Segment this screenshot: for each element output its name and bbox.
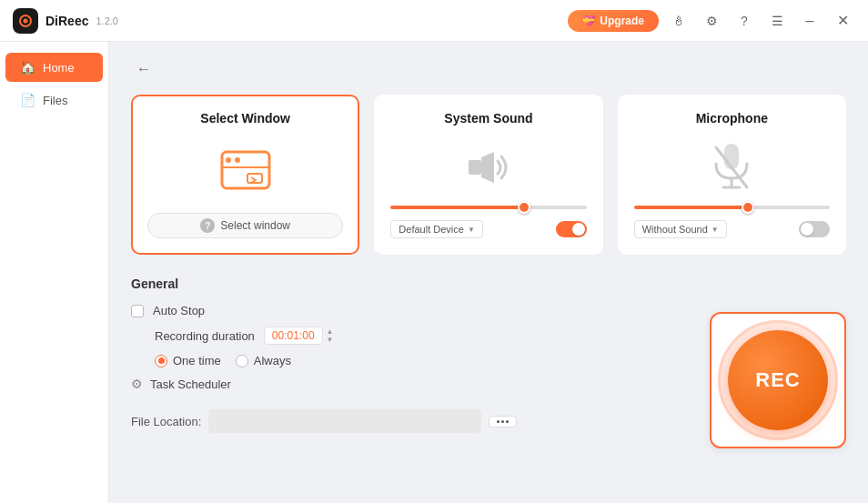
home-icon: 🏠 bbox=[20, 60, 35, 75]
duration-input: 00:01:00 ▲ ▼ bbox=[264, 327, 334, 345]
microphone-device-row: Without Sound ▼ bbox=[634, 220, 830, 238]
chevron-down-icon: ▼ bbox=[468, 226, 475, 234]
system-sound-toggle[interactable] bbox=[556, 221, 587, 237]
titlebar-left: DiReec 1.2.0 bbox=[13, 8, 118, 34]
sidebar-home-label: Home bbox=[43, 61, 75, 75]
select-window-button[interactable]: ? Select window bbox=[147, 213, 343, 238]
recording-duration-label: Recording duration bbox=[155, 329, 255, 343]
radio-always-label: Always bbox=[254, 354, 291, 367]
app-logo bbox=[13, 8, 38, 34]
sidebar-files-label: Files bbox=[43, 94, 67, 107]
auto-stop-label: Auto Stop bbox=[153, 304, 205, 317]
svg-rect-5 bbox=[469, 160, 481, 175]
system-sound-device-label: Default Device bbox=[399, 224, 464, 235]
microphone-slider-thumb bbox=[742, 201, 754, 214]
file-location-label: File Location: bbox=[131, 415, 201, 428]
svg-point-2 bbox=[235, 157, 240, 163]
help-circle-icon: ? bbox=[200, 218, 215, 233]
sidebar: 🏠 Home 📄 Files bbox=[0, 42, 109, 503]
select-window-title: Select Window bbox=[200, 111, 290, 126]
duration-up-arrow[interactable]: ▲ bbox=[327, 328, 334, 336]
radio-one-time[interactable]: One time bbox=[155, 354, 221, 367]
microphone-toggle[interactable] bbox=[799, 221, 830, 237]
close-button[interactable]: ✕ bbox=[830, 8, 855, 34]
app-name: DiReec bbox=[45, 14, 88, 28]
upgrade-button[interactable]: 💝 Upgrade bbox=[568, 10, 659, 32]
mic-chevron-down-icon: ▼ bbox=[712, 226, 719, 234]
settings-icon[interactable]: ⚙ bbox=[699, 8, 724, 34]
files-icon: 📄 bbox=[20, 93, 35, 107]
back-button[interactable]: ← bbox=[131, 56, 156, 82]
svg-point-1 bbox=[226, 157, 231, 163]
source-cards: Select Window ? Select window bbox=[131, 95, 846, 255]
main-layout: 🏠 Home 📄 Files ← Select Window bbox=[0, 42, 868, 503]
menu-icon[interactable]: ☰ bbox=[764, 8, 790, 34]
minimize-button[interactable]: – bbox=[797, 8, 823, 34]
help-icon[interactable]: ? bbox=[732, 8, 757, 34]
window-icon bbox=[218, 140, 273, 202]
duration-value[interactable]: 00:01:00 bbox=[264, 327, 323, 345]
sidebar-item-home[interactable]: 🏠 Home bbox=[5, 53, 103, 82]
task-scheduler-gear-icon: ⚙ bbox=[131, 377, 143, 391]
mic-icon bbox=[709, 140, 754, 195]
dot2 bbox=[501, 420, 504, 423]
microphone-title: Microphone bbox=[696, 111, 768, 126]
select-window-btn-label: Select window bbox=[220, 219, 290, 232]
rec-button[interactable]: REC bbox=[728, 330, 828, 430]
task-scheduler-label: Task Scheduler bbox=[150, 377, 231, 391]
system-sound-device-row: Default Device ▼ bbox=[390, 220, 586, 238]
dot3 bbox=[506, 420, 509, 423]
file-location-dots-button[interactable] bbox=[489, 416, 517, 428]
candle-icon[interactable]: 🕯 bbox=[666, 8, 691, 34]
titlebar: DiReec 1.2.0 💝 Upgrade 🕯 ⚙ ? ☰ – ✕ bbox=[0, 0, 868, 42]
duration-down-arrow[interactable]: ▼ bbox=[327, 337, 334, 344]
general-title: General bbox=[131, 277, 846, 291]
select-window-card[interactable]: Select Window ? Select window bbox=[131, 95, 359, 255]
app-version: 1.2.0 bbox=[96, 15, 117, 26]
radio-always-circle bbox=[236, 355, 248, 367]
radio-one-time-circle bbox=[155, 355, 167, 367]
radio-always[interactable]: Always bbox=[236, 354, 291, 367]
rec-button-container: REC bbox=[710, 312, 846, 448]
rec-label: REC bbox=[755, 368, 800, 392]
dot1 bbox=[497, 420, 500, 423]
file-location-path bbox=[208, 409, 481, 433]
system-sound-title: System Sound bbox=[444, 111, 532, 126]
microphone-toggle-thumb bbox=[801, 223, 813, 236]
system-sound-slider-container bbox=[390, 206, 586, 209]
titlebar-right: 💝 Upgrade 🕯 ⚙ ? ☰ – ✕ bbox=[568, 8, 855, 34]
upgrade-label: Upgrade bbox=[600, 15, 644, 27]
app-logo-inner bbox=[19, 15, 32, 27]
system-sound-card[interactable]: System Sound Default De bbox=[374, 95, 602, 255]
system-sound-toggle-thumb bbox=[572, 223, 585, 236]
microphone-device-select[interactable]: Without Sound ▼ bbox=[634, 220, 727, 238]
microphone-device-label: Without Sound bbox=[642, 224, 708, 235]
speaker-icon bbox=[461, 140, 516, 195]
microphone-card[interactable]: Microphone Without So bbox=[618, 95, 846, 255]
radio-one-time-label: One time bbox=[173, 354, 221, 367]
heart-icon: 💝 bbox=[582, 15, 596, 27]
system-sound-slider[interactable] bbox=[390, 206, 586, 209]
auto-stop-checkbox[interactable] bbox=[131, 305, 144, 317]
back-arrow-icon: ← bbox=[136, 61, 151, 77]
system-sound-device-select[interactable]: Default Device ▼ bbox=[390, 220, 482, 238]
content-area: ← Select Window ? bbox=[109, 42, 868, 503]
microphone-slider[interactable] bbox=[634, 206, 830, 209]
duration-arrows: ▲ ▼ bbox=[327, 328, 334, 344]
sidebar-item-files[interactable]: 📄 Files bbox=[5, 86, 103, 115]
system-sound-slider-thumb bbox=[518, 201, 530, 214]
